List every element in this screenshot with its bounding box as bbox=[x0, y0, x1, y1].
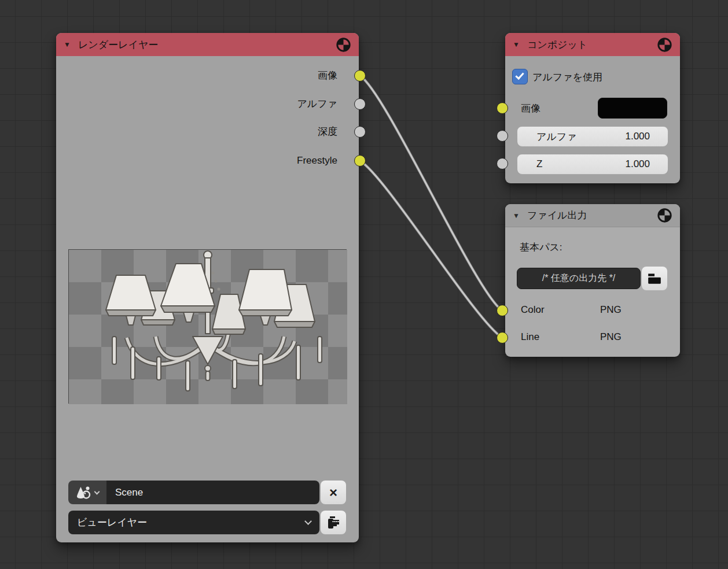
use-alpha-label: アルファを使用 bbox=[532, 71, 602, 84]
output-socket-image[interactable] bbox=[354, 70, 366, 82]
input-socket-image[interactable] bbox=[497, 102, 508, 114]
z-slider-label: Z bbox=[536, 158, 542, 170]
render-result-icon bbox=[336, 37, 351, 53]
output-label-image: 画像 bbox=[318, 69, 337, 82]
alpha-slider-label: アルファ bbox=[536, 130, 577, 143]
composite-node-header[interactable]: ▼ コンポジット bbox=[505, 33, 680, 56]
browse-folder-button[interactable] bbox=[642, 267, 667, 290]
input-socket-line[interactable] bbox=[497, 332, 508, 343]
node-link-image-to-color[interactable] bbox=[360, 76, 502, 311]
render-result-icon bbox=[657, 37, 672, 53]
render-preview-image bbox=[68, 249, 347, 404]
z-slider-value: 1.000 bbox=[625, 158, 650, 170]
render-layers-node[interactable]: ▼ レンダーレイヤー 画像 アルファ 深度 Freestyle bbox=[56, 33, 359, 542]
alpha-slider[interactable]: アルファ 1.000 bbox=[517, 126, 668, 147]
image-color-swatch[interactable] bbox=[598, 98, 667, 119]
file-output-node-header[interactable]: ▼ ファイル出力 bbox=[505, 204, 680, 227]
render-result-icon bbox=[657, 208, 672, 223]
color-format-value: PNG bbox=[600, 304, 622, 316]
scene-selector[interactable]: Scene bbox=[68, 481, 319, 504]
render-layers-icon bbox=[326, 515, 341, 530]
output-socket-alpha[interactable] bbox=[354, 98, 366, 110]
input-label-color: Color bbox=[521, 304, 545, 316]
z-slider[interactable]: Z 1.000 bbox=[517, 154, 668, 175]
collapse-arrow-icon[interactable]: ▼ bbox=[64, 40, 71, 49]
node-title: コンポジット bbox=[527, 38, 587, 51]
input-socket-z[interactable] bbox=[497, 158, 508, 169]
chevron-down-icon bbox=[94, 489, 100, 495]
view-layer-dropdown[interactable]: ビューレイヤー bbox=[68, 511, 319, 534]
scene-datablock-button[interactable] bbox=[68, 481, 106, 504]
chevron-down-icon bbox=[304, 518, 312, 525]
collapse-arrow-icon[interactable]: ▼ bbox=[513, 212, 520, 220]
output-label-freestyle: Freestyle bbox=[297, 154, 337, 167]
file-output-node[interactable]: ▼ ファイル出力 基本パス: /* 任意の出力先 */ Color PNG Li… bbox=[505, 204, 680, 357]
scene-selector-row: Scene × bbox=[68, 481, 346, 504]
output-socket-freestyle[interactable] bbox=[354, 155, 366, 167]
folder-icon bbox=[647, 272, 662, 285]
output-socket-depth[interactable] bbox=[354, 126, 366, 138]
line-format-value: PNG bbox=[600, 331, 622, 343]
node-title: ファイル出力 bbox=[527, 209, 587, 222]
input-label-image: 画像 bbox=[521, 102, 541, 115]
checkmark-icon bbox=[515, 71, 524, 80]
alpha-slider-value: 1.000 bbox=[625, 131, 650, 142]
collapse-arrow-icon[interactable]: ▼ bbox=[513, 40, 520, 49]
base-path-label: 基本パス: bbox=[520, 241, 562, 254]
view-layer-value: ビューレイヤー bbox=[77, 516, 147, 529]
use-alpha-checkbox[interactable] bbox=[512, 69, 528, 84]
close-icon: × bbox=[329, 486, 337, 500]
view-layer-row: ビューレイヤー bbox=[68, 511, 346, 534]
input-socket-alpha[interactable] bbox=[497, 130, 508, 142]
output-label-depth: 深度 bbox=[318, 125, 337, 138]
node-editor-canvas[interactable]: ▼ レンダーレイヤー 画像 アルファ 深度 Freestyle bbox=[0, 0, 728, 569]
render-layers-node-header[interactable]: ▼ レンダーレイヤー bbox=[56, 33, 359, 56]
composite-node[interactable]: ▼ コンポジット アルファを使用 画像 アルファ 1.000 Z 1.000 bbox=[505, 33, 680, 183]
view-layer-render-button[interactable] bbox=[321, 511, 346, 534]
unlink-scene-button[interactable]: × bbox=[321, 481, 346, 504]
scene-name-field[interactable]: Scene bbox=[106, 481, 319, 504]
input-label-line: Line bbox=[521, 331, 539, 343]
output-label-alpha: アルファ bbox=[297, 98, 337, 110]
input-socket-color[interactable] bbox=[497, 305, 508, 316]
base-path-input[interactable]: /* 任意の出力先 */ bbox=[517, 268, 641, 289]
scene-icon bbox=[76, 486, 92, 500]
node-title: レンダーレイヤー bbox=[78, 38, 158, 51]
node-link-freestyle-to-line[interactable] bbox=[360, 161, 502, 338]
